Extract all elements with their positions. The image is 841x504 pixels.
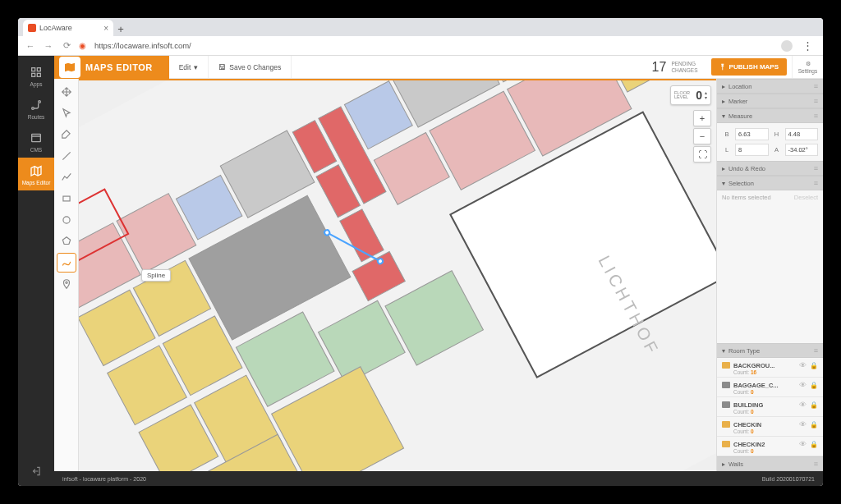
zoom-fit-button[interactable]: ⛶ (693, 146, 711, 163)
section-selection[interactable]: ▾Selection≡ (717, 176, 823, 190)
chevron-down-icon[interactable]: ▾ (705, 95, 707, 100)
room-name: CHECKIN2 (733, 441, 796, 448)
section-room-type[interactable]: ▾Room Type≡ (717, 343, 823, 358)
measure-l-label: L (722, 146, 732, 153)
section-undo-redo[interactable]: ▸Undo & Redo≡ (717, 161, 823, 176)
reload-button[interactable]: ⟳ (61, 40, 72, 51)
floor-level-control[interactable]: FLOOR LEVEL 0 ▴▾ (670, 85, 711, 105)
publish-button[interactable]: ⭱ PUBLISH MAPS (711, 58, 787, 76)
drag-handle-icon[interactable]: ≡ (814, 82, 818, 90)
routes-icon (29, 98, 44, 112)
visibility-icon[interactable]: 👁 (799, 401, 807, 409)
app-title: MAPS EDITOR (85, 62, 169, 72)
tool-line[interactable] (57, 146, 76, 166)
section-location[interactable]: ▸Location≡ (717, 79, 823, 94)
measure-b-value[interactable]: 6.63 (735, 128, 769, 140)
room-name: CHECKIN (733, 421, 796, 428)
room-count: Count: 0 (722, 428, 818, 434)
tool-spline[interactable] (57, 253, 76, 273)
measure-h-value[interactable]: 4.48 (785, 128, 819, 140)
tool-polygon[interactable] (57, 231, 76, 251)
svg-point-9 (65, 282, 67, 283)
rail-item-routes[interactable]: Routes (18, 92, 54, 125)
edit-menu[interactable]: Edit ▾ (169, 56, 209, 78)
footer-build: Build 202001070721 (762, 476, 815, 482)
section-label: Selection (728, 180, 754, 187)
lock-icon[interactable]: 🔒 (810, 401, 818, 409)
new-tab-button[interactable]: + (113, 21, 128, 36)
address-bar[interactable]: https://locaware.infsoft.com/ (94, 41, 774, 50)
rail-item-maps-editor[interactable]: Maps Editor (18, 158, 54, 190)
forward-button[interactable]: → (43, 41, 54, 51)
room-type-item[interactable]: BACKGROU...👁🔒Count: 16 (717, 358, 823, 378)
rail-item-cms[interactable]: CMS (18, 125, 54, 158)
room-name: BAGGAGE_C... (733, 382, 796, 389)
room-name: BACKGROU... (733, 362, 796, 369)
tool-pen[interactable] (57, 125, 76, 144)
measure-a-value[interactable]: -34.02° (785, 144, 819, 156)
tool-polyline[interactable] (57, 167, 76, 187)
save-button[interactable]: 🖫 Save 0 Changes (209, 56, 292, 78)
drag-handle-icon[interactable]: ≡ (814, 112, 818, 120)
rail-label: Maps Editor (22, 180, 51, 186)
section-marker[interactable]: ▸Marker≡ (717, 94, 823, 108)
section-label: Marker (728, 98, 747, 105)
settings-button[interactable]: ⚙ Settings (792, 56, 823, 78)
room-type-item[interactable]: BAGGAGE_C...👁🔒Count: 0 (717, 378, 823, 397)
section-measure[interactable]: ▾Measure≡ (717, 108, 823, 123)
back-button[interactable]: ← (25, 41, 36, 51)
app-logo (59, 57, 80, 78)
tool-pointer[interactable] (57, 103, 76, 123)
profile-avatar[interactable] (781, 40, 793, 52)
svg-point-8 (62, 217, 69, 223)
folder-icon (722, 441, 730, 447)
sliders-icon: ⚙ (806, 61, 811, 67)
room-type-item[interactable]: BUILDING👁🔒Count: 0 (717, 397, 823, 417)
save-icon: 🖫 (218, 63, 226, 71)
visibility-icon[interactable]: 👁 (799, 381, 807, 389)
zoom-in-button[interactable]: + (693, 110, 711, 126)
zoom-out-button[interactable]: − (693, 128, 711, 144)
drag-handle-icon[interactable]: ≡ (814, 179, 818, 187)
room-type-item[interactable]: CHECKIN2👁🔒Count: 0 (717, 437, 823, 456)
lock-icon[interactable]: 🔒 (810, 421, 818, 428)
logout-button[interactable] (18, 456, 54, 486)
lock-icon[interactable]: 🔒 (810, 441, 818, 448)
settings-label: Settings (798, 68, 818, 74)
map-canvas[interactable]: LICHTHOF Spline FLOOR LEVEL 0 ▴▾ (79, 79, 716, 471)
lock-icon[interactable]: 🔒 (810, 382, 818, 389)
measure-l-value[interactable]: 8 (735, 144, 769, 156)
visibility-icon[interactable]: 👁 (799, 361, 807, 369)
rail-item-apps[interactable]: Apps (18, 59, 54, 92)
browser-tab[interactable]: LocAware × (23, 20, 113, 36)
browser-tab-strip: LocAware × + (18, 18, 823, 36)
visibility-icon[interactable]: 👁 (799, 440, 807, 448)
selection-empty: No items selected Deselect (717, 190, 823, 204)
room-type-item[interactable]: CHECKIN👁🔒Count: 0 (717, 417, 823, 437)
drag-handle-icon[interactable]: ≡ (814, 97, 818, 105)
apps-icon (29, 65, 44, 80)
tab-title: LocAware (39, 24, 72, 32)
tool-move[interactable] (57, 82, 76, 102)
svg-rect-6 (32, 134, 41, 141)
drag-handle-icon[interactable]: ≡ (814, 346, 818, 355)
logo-map-icon (63, 61, 76, 74)
lock-icon[interactable]: 🔒 (810, 362, 818, 369)
floor-stepper[interactable]: ▴▾ (705, 90, 707, 100)
close-tab-icon[interactable]: × (103, 24, 108, 33)
chevron-down-icon: ▾ (722, 347, 725, 355)
chevron-right-icon: ▸ (722, 98, 725, 105)
browser-toolbar: ← → ⟳ ◉ https://locaware.infsoft.com/ ⋮ (18, 36, 823, 56)
tool-circle[interactable] (57, 210, 76, 230)
measure-b-label: B (722, 131, 732, 138)
tool-marker[interactable] (57, 274, 76, 294)
tool-rectangle[interactable] (57, 189, 76, 208)
drag-handle-icon[interactable]: ≡ (814, 460, 818, 468)
section-walls[interactable]: ▸Walls≡ (717, 456, 823, 471)
visibility-icon[interactable]: 👁 (799, 420, 807, 428)
chevron-down-icon: ▾ (194, 63, 198, 71)
deselect-button[interactable]: Deselect (794, 194, 818, 201)
drag-handle-icon[interactable]: ≡ (814, 164, 818, 172)
pending-label-2: CHANGES (671, 67, 697, 73)
browser-menu-button[interactable]: ⋮ (799, 39, 816, 52)
